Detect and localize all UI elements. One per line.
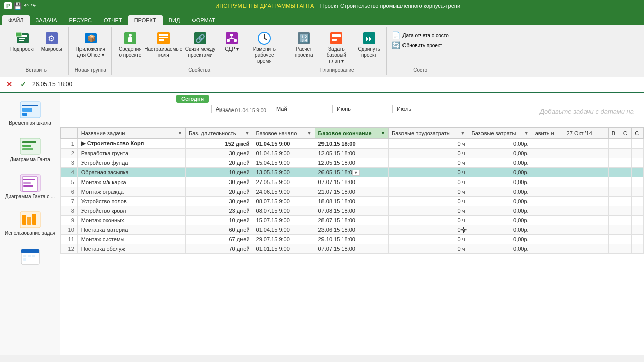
col-header-name[interactable]: Название задачи ▼	[77, 128, 185, 139]
btn-project-info[interactable]: Сведения о проекте	[117, 29, 144, 59]
sort-icon-work[interactable]: ▼	[460, 131, 465, 136]
sort-icon-cost[interactable]: ▼	[524, 131, 529, 136]
undo-icon[interactable]: ↶	[24, 2, 29, 9]
table-row: 3Устройство фунда20 дней15.04.15 9:0012.…	[61, 158, 644, 168]
svg-rect-47	[23, 182, 31, 184]
btn-links[interactable]: 🔗 Связи между проектами	[183, 29, 218, 59]
task-name[interactable]: Устройство кровл	[77, 206, 185, 216]
tab-project[interactable]: ПРОЕКТ	[128, 15, 163, 25]
tab-report[interactable]: ОТЧЕТ	[98, 15, 128, 25]
sidebar-item-task-usage[interactable]: Использование задач	[3, 207, 58, 239]
task-duration[interactable]: 152 дней	[185, 139, 253, 149]
task-name[interactable]: Разработка грунта	[77, 149, 185, 158]
sidebar-item-gantt[interactable]: Диаграмма Ганта	[3, 133, 58, 166]
task-start[interactable]: 13.05.15 9:00	[253, 168, 315, 177]
btn-calc-project[interactable]: 🔢 Расчет проекта	[291, 29, 316, 59]
btn-move-project[interactable]: ⏭ Сдвинуть проект	[356, 29, 382, 59]
task-duration[interactable]: 70 дней	[185, 244, 253, 254]
btn-office-apps[interactable]: 📦 Приложения для Office ▾	[74, 29, 108, 59]
btn-macros[interactable]: ⚙ Макросы	[39, 29, 64, 53]
sort-icon-end[interactable]: ▼	[381, 131, 385, 136]
confirm-button[interactable]: ✓	[18, 79, 28, 89]
tab-task[interactable]: ЗАДАЧА	[30, 15, 63, 25]
task-duration[interactable]: 10 дней	[185, 168, 253, 177]
tab-view[interactable]: ВИД	[163, 15, 186, 25]
btn-project-info-label: Сведения о проекте	[119, 46, 142, 58]
tab-resource[interactable]: РЕСУРС	[63, 15, 98, 25]
btn-status-date[interactable]: 📄 Дата отчета о состо	[392, 31, 449, 39]
task-duration[interactable]: 30 дней	[185, 149, 253, 158]
today-button[interactable]: Сегодня	[176, 95, 209, 103]
task-end[interactable]: 21.07.15 18:00	[315, 187, 388, 197]
task-start[interactable]: 15.07.15 9:00	[253, 216, 315, 225]
task-end[interactable]: 07.07.15 18:00	[315, 177, 388, 187]
btn-update-project[interactable]: 🔄 Обновить проект	[392, 41, 449, 49]
task-start[interactable]: 27.05.15 9:00	[253, 177, 315, 187]
task-duration[interactable]: 67 дней	[185, 235, 253, 244]
task-start[interactable]: 29.07.15 9:00	[253, 235, 315, 244]
task-name[interactable]: Монтаж м/к карка	[77, 177, 185, 187]
task-end[interactable]: 07.07.15 18:00	[315, 244, 388, 254]
calendar-icon	[18, 246, 42, 266]
sidebar-item-gantt2[interactable]: ... Диаграмма Ганта с ...	[3, 170, 58, 203]
cancel-button[interactable]: ✕	[4, 79, 14, 89]
task-start[interactable]: 01.04.15 9:00	[253, 149, 315, 158]
formula-value[interactable]: 26.05.15 18:00	[32, 81, 640, 88]
sort-icon-duration[interactable]: ▼	[245, 131, 250, 136]
btn-work-time[interactable]: Изменить рабочее время	[247, 29, 282, 65]
task-start[interactable]: 01.01.15 9:00	[253, 244, 315, 254]
task-start[interactable]: 08.07.15 9:00	[253, 206, 315, 216]
gantt-timeline: Сегодня Начало 01.04.15 9:00 Апрель Май …	[60, 93, 644, 128]
task-start[interactable]: 08.07.15 9:00	[253, 197, 315, 206]
task-start[interactable]: 24.06.15 9:00	[253, 187, 315, 197]
task-name[interactable]: Поставка обслуж	[77, 244, 185, 254]
col-header-start[interactable]: Базовое начало ▼	[253, 128, 315, 139]
task-name[interactable]: Монтаж огражда	[77, 187, 185, 197]
task-end[interactable]: 23.06.15 18:00	[315, 225, 388, 235]
task-duration[interactable]: 20 дней	[185, 187, 253, 197]
task-duration[interactable]: 20 дней	[185, 158, 253, 168]
sort-icon-name[interactable]: ▼	[178, 131, 182, 136]
tab-format[interactable]: ФОРМАТ	[186, 15, 221, 25]
task-start[interactable]: 01.04.15 9:00	[253, 225, 315, 235]
task-name[interactable]: Монтаж системы	[77, 235, 185, 244]
gantt2-icon: ...	[18, 173, 42, 193]
task-end[interactable]: 12.05.15 18:00	[315, 149, 388, 158]
task-name[interactable]: ▶Строительство Корп	[77, 139, 185, 149]
task-name[interactable]: Устройство полов	[77, 197, 185, 206]
col-header-end[interactable]: Базовое окончание ▼	[315, 128, 388, 139]
task-start[interactable]: 01.04.15 9:00	[253, 139, 315, 149]
task-name[interactable]: Поставка материа	[77, 225, 185, 235]
sort-icon-start[interactable]: ▼	[307, 131, 312, 136]
task-start[interactable]: 15.04.15 9:00	[253, 158, 315, 168]
task-end[interactable]: 28.07.15 18:00	[315, 216, 388, 225]
task-name[interactable]: Обратная засыпка	[77, 168, 185, 177]
task-duration[interactable]: 30 дней	[185, 197, 253, 206]
col-header-extra[interactable]: авить н	[532, 128, 563, 139]
quick-save-icon[interactable]: 💾	[14, 2, 22, 10]
btn-subproject[interactable]: Подпроект	[8, 29, 37, 53]
task-end[interactable]: 07.08.15 18:00	[315, 206, 388, 216]
task-end[interactable]: 12.05.15 18:00	[315, 158, 388, 168]
task-end[interactable]: 26.05.15 18:0▼	[315, 168, 388, 177]
redo-icon[interactable]: ↷	[31, 2, 36, 9]
task-duration[interactable]: 60 дней	[185, 225, 253, 235]
task-duration[interactable]: 10 дней	[185, 216, 253, 225]
task-end[interactable]: 18.08.15 18:00	[315, 197, 388, 206]
sidebar-item-timeline[interactable]: Временная шкала	[3, 97, 58, 129]
tab-file[interactable]: ФАЙЛ	[2, 15, 30, 25]
end-date-dropdown[interactable]: ▼	[352, 170, 360, 176]
task-name[interactable]: Устройство фунда	[77, 158, 185, 168]
task-duration[interactable]: 30 дней	[185, 177, 253, 187]
task-duration[interactable]: 23 дней	[185, 206, 253, 216]
col-header-work[interactable]: Базовые трудозатраты ▼	[388, 128, 468, 139]
btn-baseline[interactable]: Задать базовый план ▾	[318, 29, 354, 65]
btn-custom-fields[interactable]: Настраиваемые поля	[146, 29, 181, 59]
task-end[interactable]: 29.10.15 18:00	[315, 235, 388, 244]
task-end[interactable]: 29.10.15 18:00	[315, 139, 388, 149]
sidebar-item-calendar[interactable]	[3, 243, 58, 269]
task-name[interactable]: Монтаж оконных	[77, 216, 185, 225]
btn-wbs[interactable]: СДР ▾	[219, 29, 245, 53]
col-header-duration[interactable]: Баз. длительность ▼	[185, 128, 253, 139]
col-header-cost[interactable]: Базовые затраты ▼	[468, 128, 532, 139]
